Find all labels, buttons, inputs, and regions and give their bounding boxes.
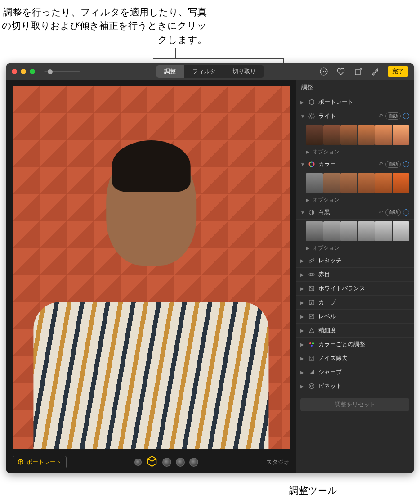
- sidebar-item-noise[interactable]: ▶ ノイズ除去: [296, 351, 414, 365]
- sidebar-item-levels[interactable]: ▶ レベル: [296, 310, 414, 324]
- toolbar-right: 完了: [319, 66, 408, 77]
- light-preview-thumb[interactable]: [375, 125, 393, 145]
- close-button[interactable]: [12, 69, 17, 74]
- photo-preview[interactable]: [13, 86, 290, 449]
- color-preview-thumb[interactable]: [358, 173, 375, 193]
- light-preview-thumb[interactable]: [340, 125, 358, 145]
- lighting-effect-stage-mono[interactable]: [189, 458, 198, 467]
- reset-adjustments-button[interactable]: 調整をリセット: [300, 398, 409, 411]
- light-options[interactable]: ▶オプション: [296, 147, 414, 158]
- lighting-effect-contour[interactable]: [162, 458, 171, 467]
- svg-point-26: [312, 357, 313, 358]
- photo-canvas: ポートレート スタジオ: [6, 80, 296, 473]
- svg-point-14: [309, 162, 314, 166]
- undo-icon[interactable]: ↶: [379, 209, 383, 216]
- svg-point-21: [309, 342, 311, 344]
- chevron-right-icon: ▶: [300, 314, 305, 319]
- photo-subject: [33, 122, 269, 449]
- sidebar-item-definition[interactable]: ▶ 精細度: [296, 324, 414, 338]
- chevron-right-icon: ▶: [306, 149, 310, 154]
- svg-line-10: [309, 114, 310, 115]
- sidebar-item-selectivecolor[interactable]: ▶ カラーごとの調整: [296, 338, 414, 351]
- rotate-button[interactable]: [353, 67, 362, 76]
- sidebar-item-light[interactable]: ▼ ライト ↶ 自動: [296, 109, 414, 123]
- bw-options[interactable]: ▶オプション: [296, 243, 414, 254]
- bw-preview-thumb[interactable]: [323, 221, 341, 241]
- lighting-effect-picker: [134, 455, 198, 469]
- fullscreen-button[interactable]: [30, 69, 35, 74]
- auto-button[interactable]: 自動: [385, 209, 401, 216]
- sidebar-item-whitebalance[interactable]: ▶ ホワイトバランス: [296, 282, 414, 296]
- svg-line-13: [313, 114, 314, 115]
- callout-line: [153, 58, 283, 59]
- tab-crop[interactable]: 切り取り: [224, 65, 264, 78]
- sidebar-item-label: ポートレート: [318, 98, 409, 106]
- auto-button[interactable]: 自動: [385, 161, 401, 168]
- zoom-slider[interactable]: [44, 71, 80, 72]
- color-preview-thumb[interactable]: [393, 173, 410, 193]
- more-options-button[interactable]: [319, 67, 328, 76]
- canvas-footer: ポートレート スタジオ: [6, 451, 296, 473]
- svg-point-28: [313, 359, 313, 360]
- noise-icon: [308, 355, 315, 362]
- sidebar-item-redeye[interactable]: ▶ 赤目: [296, 268, 414, 282]
- bw-preview-thumb[interactable]: [393, 221, 410, 241]
- auto-button[interactable]: 自動: [385, 112, 401, 120]
- bw-preview-thumb[interactable]: [306, 221, 323, 241]
- color-preview-thumb[interactable]: [340, 173, 358, 193]
- light-preview-strip[interactable]: [296, 123, 414, 147]
- lighting-effect-studio[interactable]: [146, 455, 158, 469]
- chevron-right-icon: ▶: [300, 356, 305, 361]
- sidebar-item-retouch[interactable]: ▶ レタッチ: [296, 254, 414, 268]
- color-preview-thumb[interactable]: [323, 173, 341, 193]
- color-preview-thumb[interactable]: [306, 173, 323, 193]
- bw-preview-strip[interactable]: [296, 220, 414, 243]
- color-preview-strip[interactable]: [296, 171, 414, 195]
- minimize-button[interactable]: [21, 69, 26, 74]
- photos-edit-window: 調整 フィルタ 切り取り 完了: [6, 63, 414, 473]
- svg-point-25: [310, 357, 311, 358]
- undo-icon[interactable]: ↶: [379, 113, 383, 119]
- enable-toggle[interactable]: [403, 209, 409, 216]
- bw-preview-thumb[interactable]: [375, 221, 393, 241]
- tab-filter[interactable]: フィルタ: [184, 65, 224, 78]
- svg-line-11: [313, 118, 314, 119]
- definition-icon: [308, 327, 315, 334]
- lighting-effect-natural[interactable]: [134, 459, 142, 466]
- zoom-slider-thumb[interactable]: [48, 69, 53, 74]
- light-preview-thumb[interactable]: [393, 125, 410, 145]
- sun-icon: [308, 112, 315, 120]
- enable-toggle[interactable]: [403, 161, 409, 167]
- sidebar-item-portrait[interactable]: ▶ ポートレート: [296, 95, 414, 109]
- favorite-button[interactable]: [336, 67, 345, 76]
- tab-adjust[interactable]: 調整: [156, 65, 184, 78]
- light-preview-thumb[interactable]: [323, 125, 341, 145]
- bw-preview-thumb[interactable]: [340, 221, 358, 241]
- color-preview-thumb[interactable]: [375, 173, 393, 193]
- bw-preview-thumb[interactable]: [358, 221, 375, 241]
- light-preview-thumb[interactable]: [306, 125, 323, 145]
- undo-icon[interactable]: ↶: [379, 161, 383, 167]
- sidebar-item-bw[interactable]: ▼ 白黒 ↶ 自動: [296, 206, 414, 220]
- chevron-right-icon: ▶: [300, 300, 305, 305]
- lighting-effect-stage[interactable]: [176, 458, 185, 467]
- sidebar-item-sharpen[interactable]: ▶ シャープ: [296, 365, 414, 379]
- chevron-right-icon: ▶: [300, 342, 305, 347]
- color-options[interactable]: ▶オプション: [296, 195, 414, 206]
- chevron-right-icon: ▶: [306, 246, 310, 251]
- photo-area: [6, 80, 296, 451]
- sidebar-item-vignette[interactable]: ▶ ビネット: [296, 379, 414, 393]
- chevron-right-icon: ▶: [300, 272, 305, 277]
- svg-point-17: [311, 274, 313, 275]
- light-preview-thumb[interactable]: [358, 125, 375, 145]
- sidebar-item-curves[interactable]: ▶ カーブ: [296, 296, 414, 310]
- auto-enhance-button[interactable]: [371, 67, 380, 76]
- levels-icon: [308, 313, 315, 320]
- portrait-badge[interactable]: ポートレート: [13, 456, 67, 468]
- enable-toggle[interactable]: [403, 113, 409, 119]
- cube-icon: [18, 459, 24, 466]
- done-button[interactable]: 完了: [388, 66, 408, 77]
- sidebar-header: 調整: [296, 80, 414, 95]
- sidebar-item-color[interactable]: ▼ カラー ↶ 自動: [296, 158, 414, 171]
- sidebar-item-label: カーブ: [318, 298, 409, 306]
